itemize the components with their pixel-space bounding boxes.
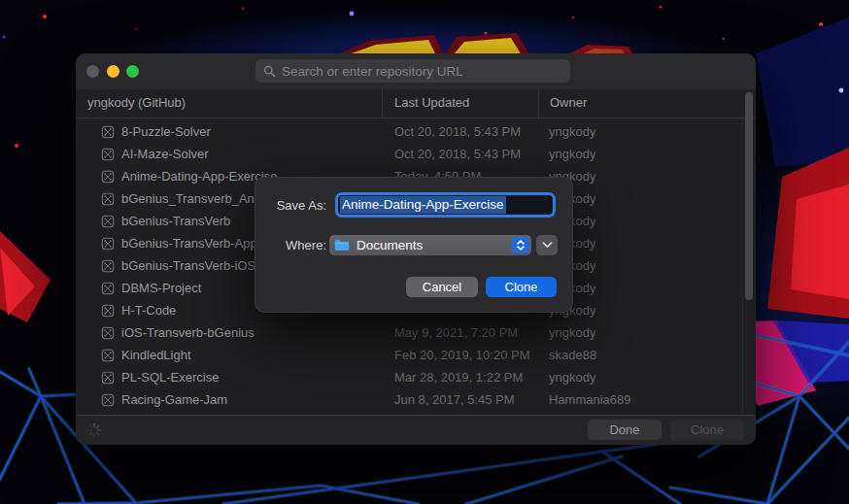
repo-name: PL-SQL-Exercise: [121, 370, 219, 385]
table-header: yngkody (GitHub) Last Updated Owner: [76, 89, 756, 118]
repo-name: bGenius-TransVerb: [121, 214, 230, 228]
repo-last-updated: Jun 8, 2017, 5:45 PM: [382, 392, 537, 407]
minimize-button[interactable]: [107, 65, 119, 78]
expand-dialog-button[interactable]: [536, 235, 558, 255]
vertical-scrollbar[interactable]: [745, 92, 753, 300]
column-header-owner[interactable]: Owner: [550, 95, 587, 110]
search-icon: [263, 65, 276, 78]
titlebar[interactable]: Search or enter repository URL: [76, 53, 756, 90]
where-selected-value: Documents: [357, 238, 423, 252]
window-footer: Done Clone: [76, 415, 756, 445]
repo-name: DBMS-Project: [121, 281, 201, 295]
repo-name: bGenius-TransVerb-iOS: [121, 258, 255, 273]
repository-box-icon: [101, 349, 115, 362]
repo-owner: Hammania689: [537, 392, 631, 407]
column-divider: [538, 89, 539, 118]
done-button[interactable]: Done: [588, 420, 662, 440]
repository-box-icon: [101, 148, 115, 161]
cancel-button[interactable]: Cancel: [406, 277, 478, 297]
repo-owner: yngkody: [537, 370, 595, 385]
repo-last-updated: Oct 20, 2018, 5:43 PM: [382, 147, 537, 161]
close-button[interactable]: [86, 65, 99, 78]
repo-name: KindledLight: [121, 348, 191, 362]
zoom-button[interactable]: [126, 65, 139, 78]
repo-name: bGenius_Transverb_Andi: [121, 191, 264, 206]
repo-owner: yngkody: [537, 147, 595, 161]
repository-box-icon: [101, 215, 115, 228]
clone-button-dialog[interactable]: Clone: [486, 277, 557, 297]
table-row[interactable]: Racing-Game-Jam Jun 8, 2017, 5:45 PM Ham…: [76, 388, 744, 411]
table-row[interactable]: iOS-Transverb-bGenius May 9, 2021, 7:20 …: [76, 321, 744, 344]
repo-name: Anime-Dating-App-Exercise: [121, 169, 277, 184]
repo-name: H-T-Code: [121, 303, 176, 318]
screen: Search or enter repository URL yngkody (…: [0, 0, 849, 504]
repository-box-icon: [101, 326, 115, 340]
repo-name: bGenius-TransVerb-App-: [121, 236, 261, 251]
repo-last-updated: Feb 20, 2019, 10:20 PM: [382, 348, 537, 362]
save-as-label: Save As:: [255, 198, 326, 213]
repo-last-updated: Oct 20, 2018, 5:43 PM: [382, 124, 537, 139]
where-label: Where:: [255, 238, 326, 252]
where-popup-button[interactable]: Documents: [329, 235, 531, 255]
column-divider: [382, 89, 383, 118]
save-as-selected-text: Anime-Dating-App-Exercise: [340, 196, 506, 214]
repository-box-icon: [101, 237, 115, 251]
repo-name: 8-Puzzle-Solver: [121, 124, 211, 139]
repo-name: AI-Maze-Solver: [121, 147, 209, 161]
column-header-repo[interactable]: yngkody (GitHub): [87, 95, 186, 110]
save-as-dialog: Save As: Anime-Dating-App-Exercise Where…: [255, 177, 573, 313]
column-header-updated[interactable]: Last Updated: [394, 95, 469, 110]
repository-box-icon: [101, 259, 115, 273]
up-down-chevrons-icon: [512, 237, 529, 253]
repo-last-updated: May 9, 2021, 7:20 PM: [382, 325, 537, 340]
chevron-down-icon: [542, 242, 553, 249]
repo-name: Racing-Game-Jam: [121, 392, 227, 407]
table-row[interactable]: 8-Puzzle-Solver Oct 20, 2018, 5:43 PM yn…: [76, 120, 744, 143]
table-row[interactable]: PL-SQL-Exercise Mar 28, 2019, 1:22 PM yn…: [76, 366, 744, 388]
repo-owner: skade88: [537, 348, 596, 362]
progress-spinner-icon: [85, 421, 103, 439]
repository-box-icon: [101, 393, 115, 407]
repo-owner: yngkody: [537, 124, 595, 139]
repo-last-updated: Mar 28, 2019, 1:22 PM: [382, 370, 537, 385]
table-row[interactable]: AI-Maze-Solver Oct 20, 2018, 5:43 PM yng…: [76, 143, 744, 165]
repository-box-icon: [101, 125, 115, 139]
repository-box-icon: [101, 170, 115, 184]
save-as-input[interactable]: Anime-Dating-App-Exercise: [335, 192, 556, 218]
table-row[interactable]: KindledLight Feb 20, 2019, 10:20 PM skad…: [76, 344, 744, 366]
search-input[interactable]: Search or enter repository URL: [255, 59, 570, 83]
repo-name: iOS-Transverb-bGenius: [121, 325, 255, 340]
repository-box-icon: [101, 371, 115, 385]
repository-box-icon: [101, 304, 115, 318]
search-placeholder: Search or enter repository URL: [282, 64, 463, 79]
folder-icon: [334, 239, 350, 252]
repo-owner: yngkody: [537, 325, 595, 340]
clone-button-main-disabled: Clone: [670, 420, 744, 440]
repository-box-icon: [101, 192, 115, 206]
repository-box-icon: [101, 282, 115, 295]
